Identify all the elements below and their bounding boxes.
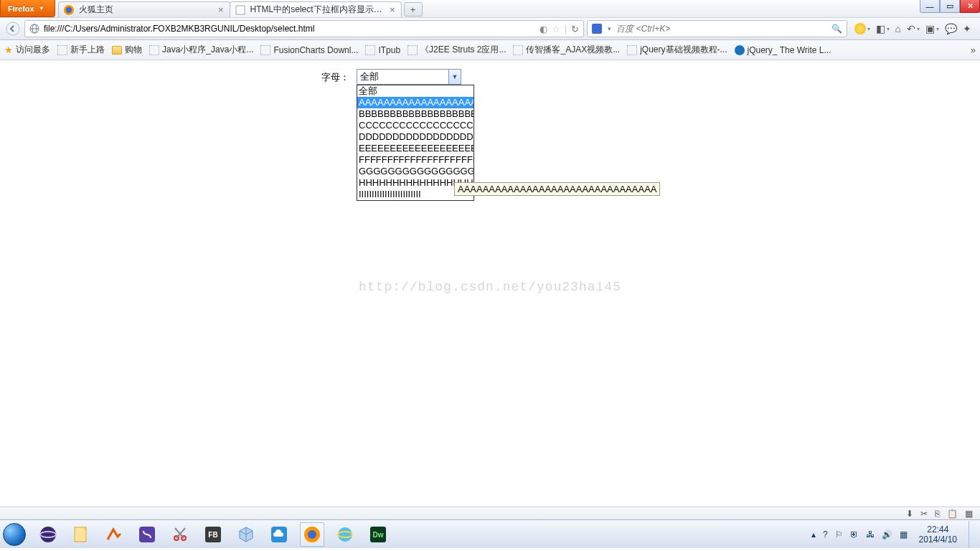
- bookmark-label: Java小程序_Java小程...: [162, 44, 253, 56]
- close-button[interactable]: ✕: [960, 0, 980, 13]
- bookmark-label: jQuery_ The Write L...: [748, 45, 831, 55]
- svg-text:FB: FB: [208, 531, 217, 539]
- tab-select-html[interactable]: HTML中的select下拉框内容显示不... ×: [230, 1, 402, 17]
- tray-time: 22:44: [919, 524, 957, 534]
- select-option[interactable]: DDDDDDDDDDDDDDDDDDDDDDDD: [357, 131, 473, 143]
- page-icon: [627, 45, 637, 55]
- address-bar[interactable]: ◐ ☆ | ↻: [24, 20, 584, 37]
- select-box[interactable]: 全部 ▼: [357, 69, 461, 85]
- tray-shield-icon[interactable]: ⛨: [850, 529, 859, 540]
- taskbar-cube[interactable]: [234, 522, 258, 547]
- svg-point-17: [308, 530, 316, 539]
- form-row: 字母： 全部 ▼ 全部AAAAAAAAAAAAAAAAAAAAABBBBBBBB…: [321, 69, 461, 85]
- search-input[interactable]: [616, 22, 826, 36]
- start-button[interactable]: [0, 520, 29, 549]
- select-dropdown-button[interactable]: ▼: [448, 70, 461, 84]
- svg-point-1: [65, 6, 71, 12]
- select-option[interactable]: CCCCCCCCCCCCCCCCCCCCCCCC: [357, 120, 473, 131]
- taskbar-notepad[interactable]: [69, 522, 93, 547]
- select-option[interactable]: 全部: [357, 85, 473, 97]
- select-option[interactable]: FFFFFFFFFFFFFFFFFFFFFFFF: [357, 154, 473, 166]
- minimize-button[interactable]: —: [920, 0, 940, 13]
- star-icon: ★: [4, 44, 13, 55]
- page-icon: [260, 45, 270, 55]
- bookmark-star-icon[interactable]: ☆: [552, 24, 560, 34]
- tray-ime-icon[interactable]: ▦: [900, 529, 908, 540]
- taskbar-flash[interactable]: FB: [201, 522, 225, 547]
- new-tab-button[interactable]: +: [404, 2, 423, 17]
- firefox-menu-button[interactable]: Firefox ▼: [0, 0, 55, 17]
- svg-text:Dw: Dw: [373, 531, 384, 539]
- taskbar-matlab[interactable]: [102, 522, 126, 547]
- globe-icon: [29, 24, 39, 34]
- taskbar-ie[interactable]: [333, 522, 357, 547]
- bookmark-menu-button[interactable]: ◧▾: [876, 23, 890, 34]
- taskbar-eclipse[interactable]: [36, 522, 60, 547]
- download-icon[interactable]: ⬇: [906, 509, 913, 519]
- select-option[interactable]: AAAAAAAAAAAAAAAAAAAAA: [357, 97, 473, 108]
- bookmark-itpub[interactable]: ITpub: [365, 45, 400, 55]
- select-option[interactable]: GGGGGGGGGGGGGGGGGGGGG: [357, 166, 473, 177]
- taskbar-snip[interactable]: [168, 522, 192, 547]
- tab-firefox-home[interactable]: 火狐主页 ×: [58, 1, 230, 17]
- tray-date: 2014/4/10: [919, 534, 957, 545]
- bookmark-java[interactable]: Java小程序_Java小程...: [149, 44, 253, 56]
- firefox-menu-label: Firefox: [8, 4, 34, 13]
- svg-point-3: [6, 22, 19, 35]
- taskbar-cloud[interactable]: [267, 522, 291, 547]
- paste-icon[interactable]: 📋: [947, 509, 958, 519]
- baidu-icon: [592, 24, 602, 34]
- chat-button[interactable]: 💬: [945, 23, 957, 34]
- close-icon[interactable]: ×: [217, 4, 225, 15]
- addon-bar: ⬇ ✂ ⎘ 📋 ▦: [0, 507, 980, 519]
- bookmark-label: 《J2EE Struts 2应用...: [420, 44, 506, 56]
- puzzle-button[interactable]: ✦: [963, 23, 971, 34]
- close-icon[interactable]: ×: [388, 4, 397, 15]
- system-tray: ▴ ? ⚐ ⛨ 🖧 🔊 ▦ 22:44 2014/4/10: [811, 521, 980, 548]
- tray-volume-icon[interactable]: 🔊: [882, 529, 892, 540]
- tray-clock[interactable]: 22:44 2014/4/10: [915, 524, 961, 545]
- smiley-button[interactable]: ▾: [854, 23, 870, 34]
- cut-icon[interactable]: ✂: [920, 509, 928, 519]
- tray-flag-icon[interactable]: ⚐: [835, 529, 843, 540]
- page-icon: [235, 4, 246, 16]
- svg-rect-2: [236, 6, 245, 14]
- maximize-button[interactable]: ▭: [940, 0, 960, 13]
- firefox-icon: [63, 4, 75, 16]
- select-option[interactable]: EEEEEEEEEEEEEEEEEEEEEEEE: [357, 143, 473, 154]
- taskbar-app-purple[interactable]: [135, 522, 159, 547]
- grid-icon[interactable]: ▦: [965, 509, 973, 519]
- bookmark-most-visited[interactable]: ★访问最多: [4, 44, 50, 56]
- bookmark-label: FusionCharts Downl...: [273, 45, 358, 55]
- taskbar-dreamweaver[interactable]: Dw: [366, 522, 390, 547]
- svg-point-7: [40, 527, 56, 542]
- reader-icon[interactable]: ◐: [540, 24, 547, 34]
- bookmark-shopping[interactable]: 购物: [112, 44, 142, 56]
- bookmark-j2ee[interactable]: 《J2EE Struts 2应用...: [407, 44, 506, 56]
- home-button[interactable]: ⌂: [895, 23, 901, 34]
- tray-network-icon[interactable]: 🖧: [866, 529, 875, 540]
- chevron-down-icon[interactable]: ▼: [606, 26, 612, 32]
- url-input[interactable]: [44, 22, 535, 36]
- bookmarks-overflow-button[interactable]: »: [971, 44, 976, 55]
- search-bar[interactable]: ▼ 🔍: [587, 20, 847, 37]
- search-icon[interactable]: 🔍: [831, 24, 842, 34]
- show-desktop-button[interactable]: [969, 521, 976, 548]
- back-button[interactable]: [4, 20, 22, 37]
- page-icon: [407, 45, 418, 55]
- bookmark-jquery-video[interactable]: jQuery基础视频教程-...: [627, 44, 727, 56]
- panel-button[interactable]: ▣▾: [925, 23, 939, 34]
- bookmark-fusioncharts[interactable]: FusionCharts Downl...: [260, 45, 358, 55]
- tray-help-icon[interactable]: ?: [823, 529, 828, 540]
- chevron-down-icon: ▼: [39, 5, 44, 11]
- tray-overflow-icon[interactable]: ▴: [811, 529, 816, 540]
- bookmark-label: 新手上路: [70, 44, 105, 56]
- bookmark-getting-started[interactable]: 新手上路: [57, 44, 105, 56]
- copy-icon[interactable]: ⎘: [935, 509, 940, 519]
- select-option[interactable]: BBBBBBBBBBBBBBBBBBBBBBBB: [357, 108, 473, 120]
- undo-button[interactable]: ↶▾: [907, 23, 920, 34]
- taskbar-firefox[interactable]: [300, 522, 324, 547]
- reload-button[interactable]: ↻: [571, 24, 579, 34]
- bookmark-jquery[interactable]: jQuery_ The Write L...: [735, 45, 831, 55]
- bookmark-ajax[interactable]: 传智播客_AJAX视频教...: [513, 44, 620, 56]
